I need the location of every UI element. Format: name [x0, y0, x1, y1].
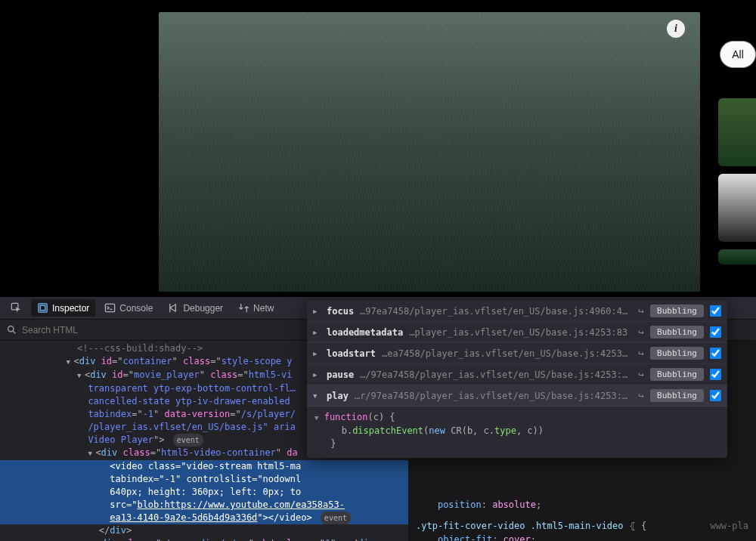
event-listeners-popup: ▶ focus …97ea7458/player_ias.vflset/en_U… [307, 301, 727, 458]
console-icon [104, 302, 116, 314]
event-toggle-checkbox[interactable] [710, 305, 721, 317]
event-row-focus[interactable]: ▶ focus …97ea7458/player_ias.vflset/en_U… [307, 301, 727, 322]
video-thumb-1[interactable] [718, 98, 756, 166]
event-source[interactable]: …player_ias.vflset/en_US/base.js:4253:83 [409, 327, 632, 338]
bubbling-badge: Bubbling [650, 305, 704, 317]
search-icon [6, 324, 17, 335]
video-thumb-2[interactable] [718, 174, 756, 242]
svg-rect-3 [106, 304, 115, 311]
event-toggle-checkbox[interactable] [710, 326, 721, 338]
bubbling-badge: Bubbling [650, 389, 704, 402]
sidebar-column: All [718, 6, 756, 264]
twisty-icon[interactable]: ▼ [313, 392, 321, 400]
bubbling-badge: Bubbling [650, 368, 704, 381]
video-region: i All [0, 0, 756, 297]
event-handler-code: ▼ function(c) { b.dispatchEvent(new CR(b… [307, 407, 727, 458]
event-row-loadedmetadata[interactable]: ▶ loadedmetadata …player_ias.vflset/en_U… [307, 322, 727, 343]
twisty-icon[interactable]: ▶ [313, 308, 321, 315]
event-toggle-checkbox[interactable] [710, 369, 721, 380]
tab-debugger[interactable]: Debugger [162, 299, 229, 317]
info-icon[interactable]: i [667, 20, 685, 38]
twisty-icon[interactable]: ▼ [77, 369, 85, 382]
event-toggle-checkbox[interactable] [710, 348, 721, 359]
goto-source-icon[interactable]: ↪ [638, 369, 644, 380]
event-badge[interactable]: event [321, 512, 351, 524]
twisty-icon[interactable]: ▼ [88, 447, 95, 460]
tab-label: Inspector [52, 303, 89, 314]
goto-source-icon[interactable]: ↪ [638, 348, 644, 359]
event-row-pause[interactable]: ▶ pause …/97ea7458/player_ias.vflset/en_… [307, 364, 727, 385]
pick-element-button[interactable] [5, 299, 28, 317]
inspector-icon [37, 302, 48, 314]
event-source[interactable]: …ea7458/player_ias.vflset/en_US/base.js:… [382, 348, 632, 359]
debugger-icon [168, 302, 179, 314]
tab-label: Netw [253, 303, 274, 314]
goto-source-icon[interactable]: ↪ [638, 390, 644, 401]
tab-label: Debugger [183, 303, 223, 314]
chip-all[interactable]: All [720, 41, 756, 68]
tab-label: Console [119, 303, 153, 314]
tab-inspector[interactable]: Inspector [31, 299, 95, 317]
event-source[interactable]: …97ea7458/player_ias.vflset/en_US/base.j… [360, 306, 632, 317]
video-thumb-3[interactable] [718, 249, 756, 264]
twisty-icon[interactable]: ▶ [313, 371, 321, 379]
twisty-icon[interactable]: ▶ [88, 538, 95, 541]
network-icon [238, 302, 249, 314]
event-badge[interactable]: event [173, 434, 203, 447]
bubbling-badge: Bubbling [650, 347, 704, 360]
tab-console[interactable]: Console [98, 299, 159, 317]
event-row-play[interactable]: ▼ play …r/97ea7458/player_ias.vflset/en_… [307, 385, 727, 407]
bubbling-badge: Bubbling [650, 326, 704, 339]
video-player[interactable]: i [159, 12, 700, 292]
tab-network[interactable]: Netw [232, 299, 280, 317]
svg-rect-2 [40, 305, 45, 311]
event-toggle-checkbox[interactable] [710, 390, 721, 401]
goto-source-icon[interactable]: ↪ [638, 305, 644, 317]
twisty-icon[interactable]: ▶ [313, 329, 321, 336]
svg-point-4 [8, 326, 14, 332]
event-source[interactable]: …r/97ea7458/player_ias.vflset/en_US/base… [355, 391, 632, 401]
twisty-icon[interactable]: ▶ [313, 350, 321, 357]
event-row-loadstart[interactable]: ▶ loadstart …ea7458/player_ias.vflset/en… [307, 343, 727, 364]
event-source[interactable]: …/97ea7458/player_ias.vflset/en_US/base.… [360, 369, 632, 380]
twisty-icon[interactable]: ▼ [66, 356, 73, 369]
pick-element-icon [11, 302, 22, 314]
goto-source-icon[interactable]: ↪ [638, 326, 644, 338]
